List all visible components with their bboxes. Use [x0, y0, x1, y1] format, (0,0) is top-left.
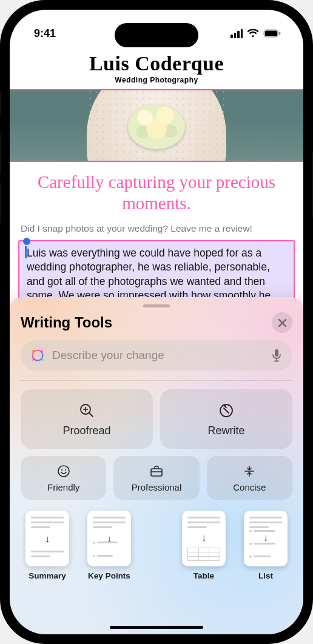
tagline-text: Carefully capturing your precious moment… [10, 162, 303, 220]
svg-line-16 [89, 413, 93, 417]
keypoints-label: Key Points [88, 571, 130, 580]
table-thumb-icon: ↓ [182, 511, 226, 566]
rewrite-button[interactable]: Rewrite [160, 389, 292, 449]
table-label: Table [194, 571, 214, 580]
dynamic-island [115, 23, 198, 47]
list-button[interactable]: ↓ List [244, 511, 288, 580]
summary-thumb-icon: ↓ [25, 511, 69, 566]
svg-rect-12 [275, 349, 278, 357]
selection-handle-icon[interactable] [23, 238, 30, 245]
status-time: 9:41 [34, 27, 56, 40]
hero-image [10, 89, 303, 162]
battery-icon [263, 29, 281, 38]
text-caret [25, 246, 27, 258]
brand-subtitle: Wedding Photography [10, 76, 303, 84]
table-button[interactable]: ↓ Table [182, 511, 226, 580]
svg-point-23 [65, 469, 66, 470]
briefcase-icon [149, 464, 164, 478]
wifi-icon [247, 29, 259, 38]
apple-intelligence-icon [30, 348, 45, 363]
summary-button[interactable]: ↓ Summary [25, 511, 69, 580]
volume-up-button [0, 133, 1, 175]
svg-line-9 [41, 359, 42, 360]
magnifier-icon [78, 401, 96, 420]
sheet-title: Writing Tools [21, 314, 112, 331]
divider [21, 380, 292, 381]
microphone-icon[interactable] [271, 349, 283, 362]
rewrite-label: Rewrite [207, 424, 244, 437]
professional-label: Professional [132, 482, 182, 492]
list-label: List [258, 571, 273, 580]
close-icon [278, 319, 286, 327]
silent-switch [0, 91, 1, 115]
rewrite-icon [217, 401, 235, 420]
review-prompt: Did I snap photos at your wedding? Leave… [10, 220, 303, 240]
svg-rect-24 [151, 469, 162, 476]
writing-tools-sheet: Writing Tools [10, 297, 303, 634]
concise-icon [242, 464, 257, 478]
svg-line-20 [224, 408, 229, 413]
proofread-label: Proofread [62, 424, 110, 437]
concise-label: Concise [233, 482, 266, 492]
smile-icon [56, 464, 71, 478]
close-button[interactable] [272, 312, 292, 333]
status-indicators [231, 29, 281, 38]
svg-line-8 [33, 351, 34, 352]
proofread-button[interactable]: Proofread [21, 389, 153, 449]
page-header: Luis Coderque Wedding Photography [10, 49, 303, 87]
keypoints-thumb-icon: ↓ [87, 511, 131, 566]
concise-button[interactable]: Concise [207, 456, 292, 500]
svg-point-21 [58, 466, 69, 477]
svg-rect-2 [279, 32, 280, 35]
cellular-signal-icon [231, 29, 243, 38]
change-input-field[interactable] [52, 349, 263, 362]
bouquet-illustration [128, 104, 185, 149]
change-input[interactable] [21, 340, 292, 371]
device-frame: 9:41 Luis Coderque Wedding Photography [0, 0, 313, 644]
brand-name: Luis Coderque [10, 52, 303, 75]
svg-line-11 [41, 351, 42, 352]
svg-point-22 [61, 469, 62, 470]
friendly-button[interactable]: Friendly [21, 456, 106, 500]
svg-rect-1 [265, 31, 278, 36]
professional-button[interactable]: Professional [113, 456, 199, 500]
list-thumb-icon: ↓ [244, 511, 288, 566]
volume-down-button [0, 182, 1, 223]
summary-label: Summary [29, 571, 66, 580]
sheet-grabber[interactable] [143, 304, 170, 307]
home-indicator[interactable] [110, 626, 203, 629]
svg-line-10 [33, 359, 34, 360]
friendly-label: Friendly [47, 482, 79, 492]
screen: 9:41 Luis Coderque Wedding Photography [10, 10, 303, 634]
keypoints-button[interactable]: ↓ Key Points [87, 511, 131, 580]
page-content: Luis Coderque Wedding Photography Carefu… [10, 49, 303, 634]
